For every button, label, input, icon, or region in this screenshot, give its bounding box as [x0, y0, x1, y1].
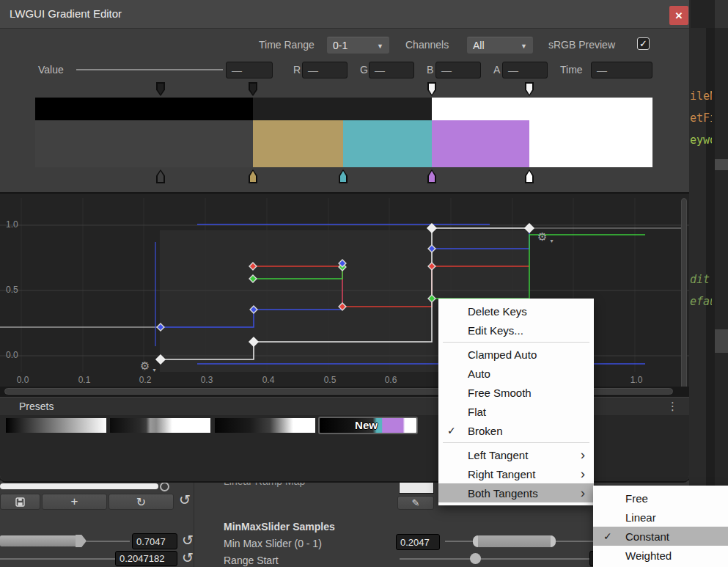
y-axis-tick-label: 1.0 [6, 219, 18, 230]
color-key-marker[interactable] [427, 169, 436, 183]
menu-item-weighted[interactable]: Weighted [593, 546, 728, 565]
x-axis-tick-label: 0.3 [198, 375, 216, 385]
slider-track[interactable] [0, 558, 116, 560]
menu-item-free[interactable]: Free [593, 489, 728, 508]
gradient-segment [35, 98, 253, 120]
time-range-dropdown[interactable]: 0-1 ▼ [327, 37, 389, 54]
refresh-button[interactable]: ↻ [109, 494, 174, 510]
time-label: Time [560, 64, 583, 76]
color-key-marker[interactable] [525, 169, 534, 183]
value-field-2[interactable]: 0.2047182 [115, 551, 177, 566]
slider-track[interactable] [86, 541, 130, 542]
minmax-handle-left[interactable] [473, 535, 478, 547]
alpha-strip [35, 98, 652, 120]
a-channel-input[interactable]: — [502, 62, 548, 78]
code-text-fragment: etFi [690, 111, 712, 126]
kebab-glyph: ⋮ [667, 400, 678, 412]
value-field-1[interactable]: 0.7047 [132, 533, 177, 549]
color-key-marker[interactable] [339, 169, 348, 183]
revert-icon[interactable]: ↺ [176, 492, 194, 510]
menu-item-both-tangents[interactable]: Both Tangents› [438, 483, 594, 502]
screen: { "window": { "title": "LWGUI Gradient E… [0, 0, 728, 567]
menu-item-constant[interactable]: ✓Constant [593, 527, 728, 546]
menu-item-label: Both Tangents [438, 487, 538, 500]
gradient-segment [432, 120, 529, 167]
menu-item-linear[interactable]: Linear [593, 508, 728, 527]
menu-item-label: Linear [593, 511, 656, 524]
range-start-handle[interactable] [470, 553, 481, 564]
chevron-down-icon: ▼ [377, 43, 383, 50]
menu-item-broken[interactable]: ✓Broken [438, 421, 594, 440]
save-button[interactable] [0, 494, 40, 510]
b-channel-input[interactable]: — [435, 62, 481, 78]
menu-item-left-tangent[interactable]: Left Tangent› [438, 445, 594, 464]
color-key-marker[interactable] [156, 169, 165, 183]
color-key-marker[interactable] [249, 169, 257, 183]
menu-item-delete-keys[interactable]: Delete Keys [438, 301, 594, 321]
white-slider-bar[interactable] [0, 483, 158, 489]
chevron-down-icon: ▾ [152, 367, 155, 373]
add-button[interactable]: + [42, 494, 107, 510]
srgb-label: sRGB Preview [548, 39, 615, 51]
scroll-marker [715, 159, 728, 170]
gear-icon[interactable]: ⚙▾ [140, 359, 150, 373]
plus-icon: + [71, 494, 78, 509]
gradient-segment [253, 98, 432, 120]
channels-dropdown[interactable]: All ▼ [467, 37, 533, 54]
srgb-checkbox[interactable]: ✓ [637, 37, 650, 50]
kebab-menu-icon[interactable]: ⋮ [667, 400, 678, 413]
gear-icon[interactable]: ⚙▾ [537, 230, 547, 244]
menu-separator [443, 442, 589, 443]
menu-item-label: Flat [438, 406, 486, 418]
alpha-key-marker[interactable] [525, 82, 534, 96]
menu-item-flat[interactable]: Flat [438, 402, 594, 421]
column-divider [194, 480, 194, 567]
minmax-range-pill[interactable] [473, 535, 556, 547]
time-range-value: 0-1 [333, 40, 348, 51]
range-start-label: Range Start [224, 555, 279, 566]
code-text-fragment: eywo [690, 133, 712, 148]
pencil-icon: ✎ [412, 497, 420, 508]
preset-swatch[interactable] [215, 418, 315, 433]
g-channel-input[interactable]: — [369, 62, 414, 78]
vertical-scrollbar[interactable] [681, 198, 687, 390]
time-range-label: Time Range [259, 39, 315, 51]
y-axis-tick-label: 0.5 [6, 285, 18, 295]
r-channel-input[interactable]: — [302, 62, 348, 78]
circle-picker-icon[interactable] [160, 482, 169, 491]
preset-swatch[interactable] [110, 418, 210, 433]
menu-item-clamped-auto[interactable]: Clamped Auto [438, 345, 594, 364]
gradient-preview[interactable] [35, 98, 652, 167]
menu-item-auto[interactable]: Auto [438, 364, 594, 383]
submenu-arrow-icon: › [581, 445, 585, 464]
value-input[interactable]: — [226, 62, 273, 78]
minmax-handle-right[interactable] [551, 535, 556, 547]
menu-item-label: Delete Keys [438, 305, 527, 318]
preset-swatch[interactable] [6, 418, 106, 433]
menu-item-edit-keys[interactable]: Edit Keys... [438, 321, 594, 340]
range-start-track[interactable] [400, 558, 592, 560]
slider-handle[interactable] [76, 535, 87, 547]
gear-glyph: ⚙ [537, 230, 547, 243]
gradient-segment [35, 120, 253, 167]
menu-item-label: Clamped Auto [438, 348, 537, 361]
refresh-icon: ↻ [136, 495, 146, 509]
alpha-key-marker[interactable] [249, 82, 257, 96]
time-input[interactable]: — [591, 62, 652, 78]
menu-item-right-tangent[interactable]: Right Tangent› [438, 464, 594, 483]
value-slider[interactable] [76, 69, 223, 70]
edit-ramp-button[interactable]: ✎ [397, 496, 434, 510]
minmax-value-field[interactable]: 0.2047 [396, 534, 440, 550]
alpha-key-marker[interactable] [427, 82, 436, 96]
check-icon: ✓ [603, 530, 612, 542]
chevron-down-icon: ▼ [521, 43, 527, 50]
title-bar[interactable]: LWGUI Gradient Editor ✕ [0, 0, 689, 29]
a-channel-label: A [493, 64, 500, 76]
close-icon: ✕ [675, 10, 683, 21]
check-icon: ✓ [639, 38, 647, 49]
menu-item-free-smooth[interactable]: Free Smooth [438, 383, 594, 402]
close-button[interactable]: ✕ [669, 6, 688, 25]
slider-fill[interactable] [0, 535, 76, 546]
preset-new-button[interactable]: New [318, 417, 418, 434]
alpha-key-marker[interactable] [156, 82, 165, 96]
